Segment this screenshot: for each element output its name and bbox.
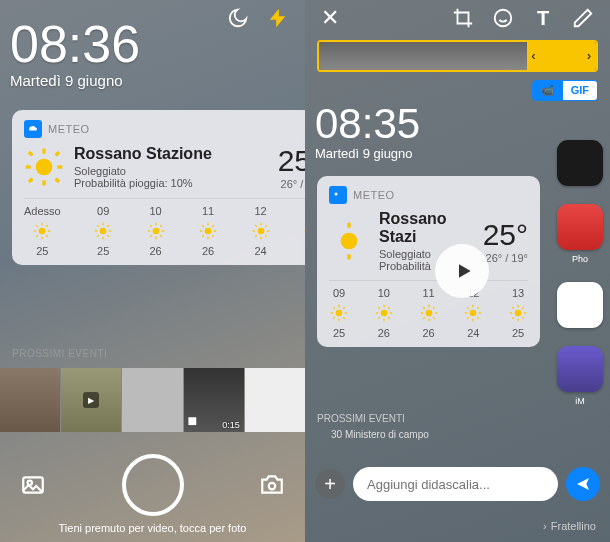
svg-line-36	[160, 225, 162, 227]
caption-input[interactable]	[353, 467, 558, 501]
play-icon: ▶	[83, 392, 99, 408]
svg-line-34	[160, 235, 162, 237]
weather-widget: METEO ⌄ Rossano Stazione Soleggiato Prob…	[12, 110, 305, 265]
svg-line-9	[56, 179, 59, 182]
svg-line-77	[333, 307, 335, 309]
sun-icon	[24, 147, 64, 187]
svg-line-15	[37, 225, 39, 227]
svg-line-97	[423, 317, 425, 319]
edit-screen: ✕ T ‹ › 📹 GIF 08:35 Martedì 9 giugno MET…	[305, 0, 610, 542]
svg-line-87	[388, 317, 390, 319]
thumb-duration: 0:15	[222, 420, 240, 430]
svg-line-104	[467, 307, 469, 309]
upcoming-events-label: PROSSIMI EVENTI	[317, 413, 405, 424]
trim-handle-right[interactable]: ›	[582, 42, 596, 70]
media-thumb[interactable]	[122, 368, 182, 432]
gif-toggle[interactable]: 📹 GIF	[532, 80, 598, 101]
hourly-item: 1026	[374, 287, 394, 339]
preview-clock: 08:35	[315, 100, 420, 148]
svg-line-53	[255, 235, 257, 237]
imovie-app-icon	[557, 346, 603, 392]
weather-app-icon	[329, 186, 347, 204]
hourly-forecast: Adesso2509251026112612241325	[24, 198, 305, 257]
media-thumb[interactable]: ■0:15	[184, 368, 244, 432]
svg-point-66	[269, 483, 276, 490]
svg-line-116	[522, 307, 524, 309]
weather-city: Rossano Stazi	[379, 210, 473, 246]
svg-line-98	[433, 307, 435, 309]
svg-line-115	[512, 317, 514, 319]
hourly-item: Adesso25	[24, 205, 61, 257]
recent-media-strip[interactable]: ▶ ■0:15	[0, 368, 305, 432]
send-button[interactable]	[566, 467, 600, 501]
weather-widget-preview: METEO Rossano Stazi Soleggiato Probabili…	[317, 176, 540, 347]
svg-point-28	[152, 228, 159, 235]
media-thumb[interactable]	[0, 368, 60, 432]
svg-line-114	[522, 317, 524, 319]
svg-line-18	[47, 225, 49, 227]
svg-line-42	[202, 225, 204, 227]
hourly-item: 1126	[198, 205, 218, 257]
svg-line-105	[477, 317, 479, 319]
svg-line-8	[29, 179, 32, 182]
weather-app-label: METEO	[48, 123, 90, 135]
svg-point-68	[335, 193, 338, 196]
svg-point-1	[36, 159, 53, 176]
svg-point-37	[205, 228, 212, 235]
weather-hilo: 26° / 19°	[483, 252, 528, 264]
svg-point-99	[470, 310, 477, 317]
svg-point-46	[257, 228, 264, 235]
svg-point-90	[425, 310, 432, 317]
svg-point-108	[515, 310, 522, 317]
flash-icon[interactable]	[267, 7, 289, 29]
draw-icon[interactable]	[572, 7, 594, 29]
night-mode-icon[interactable]	[227, 7, 249, 29]
add-media-button[interactable]: +	[315, 469, 345, 499]
svg-line-25	[107, 235, 109, 237]
hourly-item: 1026	[146, 205, 166, 257]
switch-camera-icon[interactable]	[259, 472, 285, 498]
text-icon[interactable]: T	[532, 7, 554, 29]
emoji-icon[interactable]	[492, 7, 514, 29]
shutter-button[interactable]	[122, 454, 184, 516]
weather-precip: Probabilità pioggia: 10%	[74, 177, 268, 189]
wps-app-icon	[557, 204, 603, 250]
svg-point-10	[39, 228, 46, 235]
svg-line-27	[107, 225, 109, 227]
video-trimmer[interactable]: ‹ ›	[317, 40, 598, 72]
weather-condition: Soleggiato	[74, 165, 268, 177]
app-label: iM	[575, 396, 585, 406]
svg-line-86	[378, 307, 380, 309]
svg-line-16	[47, 235, 49, 237]
weather-city: Rossano Stazione	[74, 145, 268, 163]
svg-line-26	[97, 235, 99, 237]
event-line: 30 Ministero di campo	[331, 429, 429, 440]
camera-topbar	[0, 0, 305, 36]
media-thumb[interactable]	[245, 368, 305, 432]
hourly-item: 0925	[329, 287, 349, 339]
svg-line-7	[56, 152, 59, 155]
weather-hilo: 26° / 19°	[278, 178, 305, 190]
weather-app-label: METEO	[353, 189, 395, 201]
svg-line-78	[343, 317, 345, 319]
gallery-icon[interactable]	[20, 472, 46, 498]
svg-line-80	[343, 307, 345, 309]
hourly-item: 1325	[508, 287, 528, 339]
svg-line-106	[467, 317, 469, 319]
svg-line-79	[333, 317, 335, 319]
crop-icon[interactable]	[452, 7, 474, 29]
hourly-item: 0925	[93, 205, 113, 257]
media-thumb[interactable]: ▶	[61, 368, 121, 432]
sun-icon	[329, 221, 369, 261]
close-icon[interactable]: ✕	[321, 5, 339, 31]
video-mode-button[interactable]: 📹	[533, 81, 563, 100]
hourly-forecast: 09251026112612241325	[329, 280, 528, 339]
trim-handle-left[interactable]: ‹	[527, 42, 541, 70]
recipient-chip[interactable]: › Fratellino	[543, 520, 596, 532]
svg-line-45	[212, 225, 214, 227]
svg-line-89	[388, 307, 390, 309]
camera-bottombar: Tieni premuto per video, tocca per foto	[0, 436, 305, 542]
play-button[interactable]	[435, 244, 489, 298]
svg-line-35	[150, 235, 152, 237]
gif-mode-button[interactable]: GIF	[563, 81, 597, 100]
